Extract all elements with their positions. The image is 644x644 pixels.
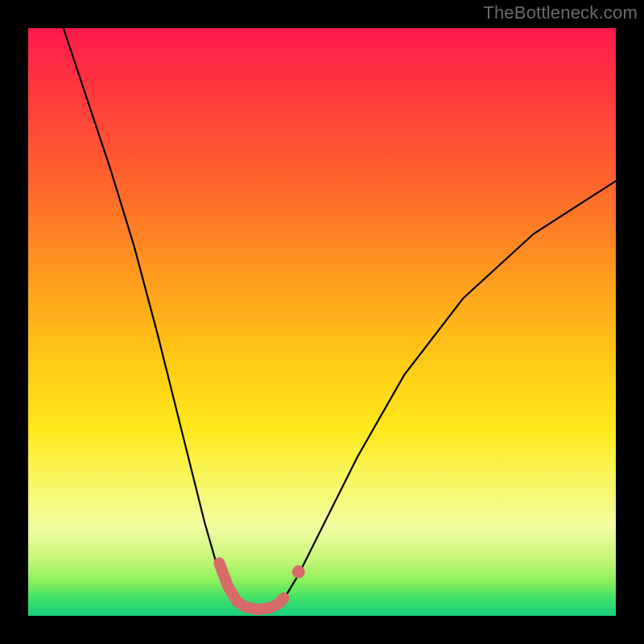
curve-left [64,28,234,604]
highlight-segment [219,563,283,609]
outer-frame: TheBottleneck.com [0,0,644,644]
highlight-dot [292,565,305,578]
plot-area [28,28,616,616]
watermark-text: TheBottleneck.com [483,2,638,23]
curve-right [281,181,616,605]
curve-layer [28,28,616,616]
